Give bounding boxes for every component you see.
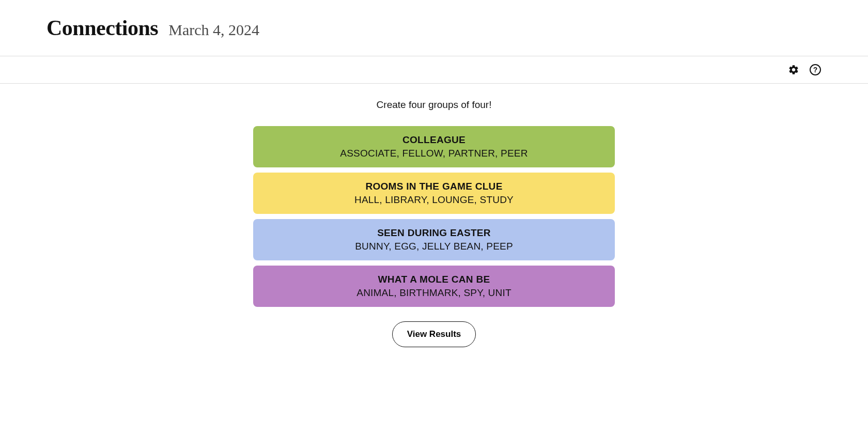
game-title: Connections [47,16,158,40]
group-words: ASSOCIATE, FELLOW, PARTNER, PEER [258,148,610,159]
solved-group-yellow: ROOMS IN THE GAME CLUE HALL, LIBRARY, LO… [253,173,615,214]
gear-icon [788,64,799,75]
group-words: HALL, LIBRARY, LOUNGE, STUDY [258,194,610,206]
solved-groups: COLLEAGUE ASSOCIATE, FELLOW, PARTNER, PE… [248,126,620,307]
settings-button[interactable] [787,64,800,76]
group-category: SEEN DURING EASTER [258,227,610,239]
solved-group-blue: SEEN DURING EASTER BUNNY, EGG, JELLY BEA… [253,219,615,260]
help-icon: ? [810,64,821,75]
game-date: March 4, 2024 [168,21,259,39]
help-button[interactable]: ? [809,64,822,76]
group-category: ROOMS IN THE GAME CLUE [258,181,610,192]
solved-group-purple: WHAT A MOLE CAN BE ANIMAL, BIRTHMARK, SP… [253,266,615,307]
instruction-text: Create four groups of four! [248,99,620,111]
group-words: BUNNY, EGG, JELLY BEAN, PEEP [258,241,610,252]
solved-group-green: COLLEAGUE ASSOCIATE, FELLOW, PARTNER, PE… [253,126,615,167]
game-board: Create four groups of four! COLLEAGUE AS… [248,84,620,363]
page-header: Connections March 4, 2024 [0,0,868,56]
group-category: WHAT A MOLE CAN BE [258,274,610,285]
group-words: ANIMAL, BIRTHMARK, SPY, UNIT [258,287,610,299]
group-category: COLLEAGUE [258,134,610,146]
toolbar: ? [0,56,868,84]
view-results-button[interactable]: View Results [392,321,476,347]
